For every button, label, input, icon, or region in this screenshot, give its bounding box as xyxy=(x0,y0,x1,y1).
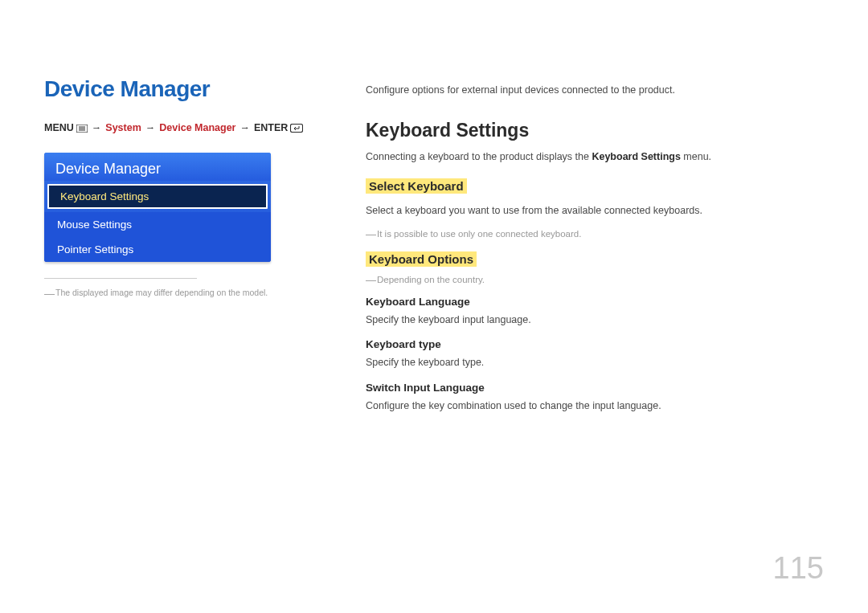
model-footnote: The displayed image may differ depending… xyxy=(44,287,321,299)
panel-item-label: Pointer Settings xyxy=(57,243,133,255)
page-number: 115 xyxy=(773,551,824,586)
breadcrumb-menu: MENU xyxy=(44,122,74,133)
breadcrumb-device-manager: Device Manager xyxy=(159,122,235,133)
intro-text: Configure options for external input dev… xyxy=(366,84,824,96)
panel-item-keyboard-settings[interactable]: Keyboard Settings xyxy=(47,184,268,209)
breadcrumb-system: System xyxy=(105,122,141,133)
arrow-icon: → xyxy=(92,122,102,133)
device-manager-panel: Device Manager Keyboard Settings Mouse S… xyxy=(44,153,271,262)
keyboard-options-heading: Keyboard Options xyxy=(366,251,477,267)
panel-title: Device Manager xyxy=(44,153,271,181)
select-keyboard-desc: Select a keyboard you want to use from t… xyxy=(366,203,824,218)
select-keyboard-heading: Select Keyboard xyxy=(366,178,467,194)
enter-icon xyxy=(290,122,303,133)
panel-item-pointer-settings[interactable]: Pointer Settings xyxy=(44,237,271,262)
keyboard-settings-desc: Connecting a keyboard to the product dis… xyxy=(366,149,824,164)
page: Device Manager MENU → System → Device Ma… xyxy=(0,0,868,613)
keyboard-settings-heading: Keyboard Settings xyxy=(366,120,824,141)
breadcrumb-enter: ENTER xyxy=(254,122,288,133)
page-title: Device Manager xyxy=(44,76,321,102)
divider xyxy=(44,278,197,279)
arrow-icon: → xyxy=(240,122,250,133)
select-keyboard-note: It is possible to use only one connected… xyxy=(366,229,824,239)
right-column: Configure options for external input dev… xyxy=(321,76,824,613)
switch-input-language-heading: Switch Input Language xyxy=(366,382,824,394)
panel-item-mouse-settings[interactable]: Mouse Settings xyxy=(44,212,271,237)
left-column: Device Manager MENU → System → Device Ma… xyxy=(44,76,321,613)
keyboard-language-heading: Keyboard Language xyxy=(366,296,824,308)
keyboard-options-note: Depending on the country. xyxy=(366,275,824,284)
breadcrumb: MENU → System → Device Manager → ENTER xyxy=(44,122,321,133)
keyboard-type-desc: Specify the keyboard type. xyxy=(366,355,824,370)
arrow-icon: → xyxy=(145,122,156,133)
keyboard-type-heading: Keyboard type xyxy=(366,338,824,350)
switch-input-language-desc: Configure the key combination used to ch… xyxy=(366,398,824,413)
panel-item-label: Mouse Settings xyxy=(57,219,132,231)
panel-item-label: Keyboard Settings xyxy=(60,190,149,202)
keyboard-language-desc: Specify the keyboard input language. xyxy=(366,313,824,327)
menu-icon xyxy=(76,122,88,133)
